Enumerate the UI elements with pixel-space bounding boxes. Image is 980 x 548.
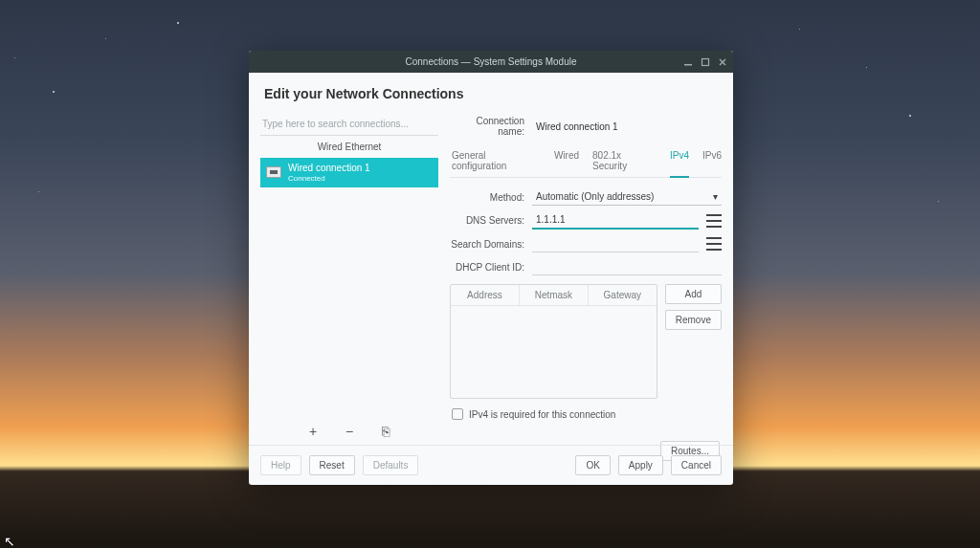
connections-sidebar: Wired Ethernet Wired connection 1 Connec…	[260, 113, 438, 445]
maximize-button[interactable]	[701, 57, 710, 67]
dhcp-client-id-label: DHCP Client ID:	[450, 262, 532, 273]
export-connection-button[interactable]: ⎘	[377, 424, 394, 439]
apply-button[interactable]: Apply	[618, 455, 663, 475]
method-value: Automatic (Only addresses)	[536, 191, 654, 202]
search-connections-input[interactable]	[260, 113, 438, 136]
addresses-col-gateway: Gateway	[589, 285, 657, 305]
dns-servers-edit-button[interactable]	[706, 214, 722, 228]
ipv4-required-label: IPv4 is required for this connection	[469, 409, 615, 420]
tab-ipv4[interactable]: IPv4	[670, 145, 689, 177]
tab-ipv6[interactable]: IPv6	[702, 145, 722, 177]
dhcp-client-id-input[interactable]	[532, 258, 722, 275]
dialog-footer: Help Reset Defaults OK Apply Cancel	[249, 445, 733, 485]
ethernet-icon	[266, 166, 281, 178]
address-remove-button[interactable]: Remove	[665, 310, 722, 330]
search-domains-label: Search Domains:	[450, 239, 532, 250]
titlebar[interactable]: Connections — System Settings Module	[249, 51, 733, 73]
close-button[interactable]	[718, 57, 727, 67]
tab-wired[interactable]: Wired	[554, 145, 579, 177]
address-add-button[interactable]: Add	[665, 284, 722, 304]
addresses-body[interactable]	[451, 306, 657, 398]
reset-button[interactable]: Reset	[309, 455, 355, 475]
ipv4-required-checkbox[interactable]	[452, 408, 463, 420]
connection-name-field[interactable]: Wired connection 1	[532, 120, 722, 134]
connection-item-status: Connected	[288, 174, 370, 183]
search-domains-input[interactable]	[532, 235, 699, 252]
connection-item-wired-1[interactable]: Wired connection 1 Connected	[260, 158, 438, 187]
cursor-icon: ↖	[4, 534, 15, 548]
defaults-button[interactable]: Defaults	[363, 455, 419, 475]
remove-connection-button[interactable]: −	[341, 424, 358, 439]
settings-window: Connections — System Settings Module Edi…	[249, 51, 733, 485]
connection-item-name: Wired connection 1	[288, 163, 370, 174]
connection-name-label: Connection name:	[450, 116, 532, 137]
tab-security[interactable]: 802.1x Security	[592, 145, 657, 177]
method-label: Method:	[450, 192, 532, 203]
method-select[interactable]: Automatic (Only addresses) ▾	[532, 188, 722, 206]
addresses-col-netmask: Netmask	[520, 285, 589, 305]
search-domains-edit-button[interactable]	[706, 237, 722, 251]
dns-servers-label: DNS Servers:	[450, 215, 532, 226]
page-title: Edit your Network Connections	[249, 73, 733, 113]
addresses-table[interactable]: Address Netmask Gateway	[450, 284, 657, 399]
addresses-col-address: Address	[451, 285, 520, 305]
help-button[interactable]: Help	[260, 455, 301, 475]
tab-general[interactable]: General configuration	[452, 145, 541, 177]
cancel-button[interactable]: Cancel	[671, 455, 722, 475]
details-tabs: General configuration Wired 802.1x Secur…	[450, 145, 722, 178]
svg-rect-0	[684, 64, 692, 66]
window-controls	[683, 51, 727, 73]
minimize-button[interactable]	[683, 57, 693, 67]
chevron-down-icon: ▾	[713, 191, 718, 202]
add-connection-button[interactable]: +	[304, 424, 322, 439]
connection-group-header: Wired Ethernet	[260, 136, 438, 156]
ok-button[interactable]: OK	[575, 455, 610, 475]
connection-details: Connection name: Wired connection 1 Gene…	[450, 113, 722, 445]
dns-servers-input[interactable]	[532, 211, 699, 230]
window-title: Connections — System Settings Module	[406, 56, 577, 67]
svg-rect-1	[702, 58, 709, 65]
